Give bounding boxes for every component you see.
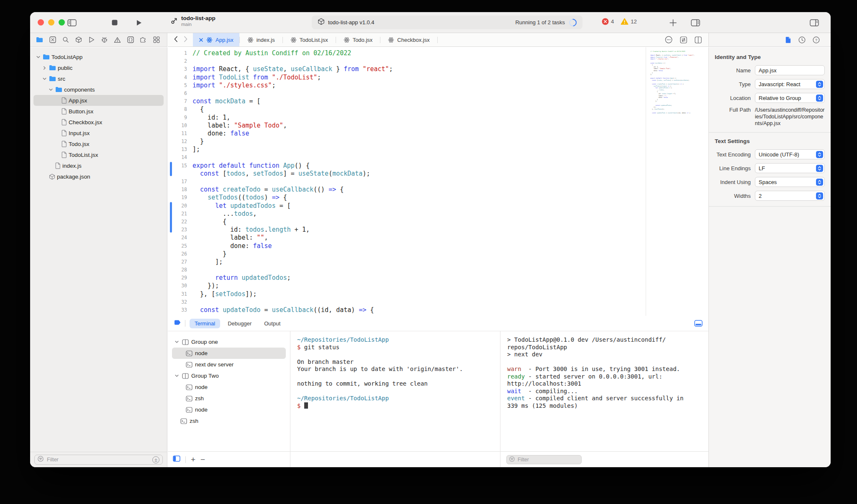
editor-tab[interactable]: index.js: [240, 33, 282, 46]
select-stepper-icon[interactable]: [816, 179, 823, 186]
terminal-session-row[interactable]: node: [172, 404, 286, 415]
inspector-select[interactable]: Unicode (UTF-8): [755, 149, 825, 159]
navigator-tab-warning-icon[interactable]: [114, 37, 121, 43]
navigator-filter-input[interactable]: [46, 456, 150, 463]
run-button[interactable]: [134, 18, 144, 27]
error-badge[interactable]: 4: [602, 18, 614, 25]
tree-item[interactable]: Button.jsx: [33, 106, 164, 117]
select-stepper-icon[interactable]: [816, 165, 823, 172]
terminal-session-row[interactable]: zsh: [172, 415, 286, 427]
terminal-group-row[interactable]: Group one: [172, 336, 286, 348]
inspector-toggle-icon[interactable]: [809, 18, 819, 27]
tree-item[interactable]: Input.jsx: [33, 128, 164, 138]
line-number: 31: [168, 290, 187, 298]
select-stepper-icon[interactable]: [816, 95, 823, 102]
navigator-tab-braces-icon[interactable]: [127, 36, 134, 43]
select-stepper-icon[interactable]: [816, 192, 823, 200]
terminal-line: $: [297, 402, 493, 410]
close-icon[interactable]: [199, 38, 203, 42]
tree-item[interactable]: TodoListApp: [33, 51, 164, 62]
navigator-tab-grid-icon[interactable]: [153, 36, 160, 43]
select-stepper-icon[interactable]: [816, 151, 823, 158]
inspector-select[interactable]: Spaces: [755, 177, 825, 187]
terminal-session-row[interactable]: node: [172, 381, 286, 393]
ellipsis-icon[interactable]: [665, 36, 672, 43]
close-window-button[interactable]: [38, 19, 44, 26]
tree-item[interactable]: Checkbox.jsx: [33, 117, 164, 128]
tree-item[interactable]: Todo.jsx: [33, 138, 164, 149]
warning-badge[interactable]: 12: [621, 18, 636, 25]
navigator-tab-play-icon[interactable]: [88, 36, 95, 43]
inspector-select[interactable]: 2: [755, 191, 825, 201]
tree-item[interactable]: src: [33, 73, 164, 84]
code-editor[interactable]: 1// Created by Austin Condiff on 02/16/2…: [168, 47, 646, 316]
navigator-tab-search-icon[interactable]: [62, 36, 69, 43]
select-stepper-icon[interactable]: [816, 81, 823, 88]
inspector-select[interactable]: LF: [755, 163, 825, 173]
line-number: 17: [168, 178, 187, 186]
terminal-session-row[interactable]: zsh: [172, 393, 286, 404]
select-value: Javascript: React: [759, 81, 801, 87]
remove-terminal-icon[interactable]: −: [200, 456, 205, 463]
navigator-tab-package-icon[interactable]: [75, 36, 82, 43]
tree-item[interactable]: index.js: [33, 160, 164, 171]
panel-tab-debugger[interactable]: Debugger: [223, 319, 257, 328]
stop-button[interactable]: [110, 18, 120, 27]
inspector-tab-clock-icon[interactable]: [798, 36, 806, 43]
inspector-panel: Identity and TypeNameApp.jsxTypeJavascri…: [708, 47, 831, 467]
panel-tab-terminal[interactable]: Terminal: [190, 319, 220, 328]
add-tab-icon[interactable]: [668, 18, 678, 27]
code-line: 15export default function App() {: [168, 162, 646, 170]
tree-item[interactable]: package.json: [33, 171, 164, 182]
editor-layout-icon[interactable]: [690, 18, 700, 27]
split-icon[interactable]: [695, 36, 702, 43]
back-icon[interactable]: [174, 36, 178, 44]
inspector-select[interactable]: Javascript: React: [755, 79, 825, 89]
doc-icon: [62, 141, 67, 147]
terminal-session-row[interactable]: next dev server: [172, 359, 286, 370]
tree-item[interactable]: App.jsx: [33, 95, 164, 106]
terminal-filter-input[interactable]: [517, 456, 579, 463]
terminal-output-left[interactable]: ~/Repositories/TodoListApp$ git statusOn…: [290, 331, 500, 451]
minimize-window-button[interactable]: [48, 19, 54, 26]
editor-tab[interactable]: App.jsx: [193, 33, 239, 46]
warning-count: 12: [631, 18, 636, 25]
inspector-tab-file-blue-icon[interactable]: [785, 36, 791, 43]
editor-tab[interactable]: Checkbox.jsx: [380, 33, 437, 46]
tree-item[interactable]: TodoList.jsx: [33, 149, 164, 160]
terminal-sidebar-toggle-icon[interactable]: [173, 455, 180, 463]
scheme-pill[interactable]: todo-list-app v1.0.4 Running 1 of 2 task…: [312, 15, 582, 29]
navigator-tab-x-square-icon[interactable]: [49, 36, 56, 43]
project-switcher[interactable]: todo-list-app main: [171, 15, 216, 27]
utility-panel: TerminalDebuggerOutput Group onenodenext…: [168, 316, 708, 467]
navigator-tab-folder-icon[interactable]: [36, 37, 43, 43]
terminal-group-row[interactable]: Group Two: [172, 370, 286, 381]
editor-tab[interactable]: TodoList.jsx: [283, 33, 336, 46]
tree-item-label: TodoListApp: [51, 54, 82, 60]
tag-icon[interactable]: [174, 320, 181, 327]
inspector-select[interactable]: Relative to Group: [755, 93, 825, 103]
navigator-tab-puzzle-icon[interactable]: [140, 36, 147, 43]
sidebar-toggle-icon[interactable]: [67, 18, 77, 27]
add-terminal-icon[interactable]: +: [191, 456, 195, 463]
minimap[interactable]: // Created by Austin Condiff on 02/16/20…: [646, 47, 708, 316]
plus-minus-icon[interactable]: ±: [152, 456, 159, 463]
inspector-tab-help-icon[interactable]: ?: [813, 36, 820, 43]
panel-tab-output[interactable]: Output: [259, 319, 285, 328]
branch-icon: [171, 16, 178, 26]
zoom-window-button[interactable]: [59, 19, 65, 26]
navigator-tab-bug-icon[interactable]: [101, 36, 108, 43]
line-number: 30: [168, 282, 187, 290]
terminal-output-right[interactable]: > TodoListApp@0.1.0 dev /Users/austincon…: [500, 331, 708, 451]
tree-item[interactable]: public: [33, 62, 164, 73]
swap-icon[interactable]: [680, 36, 687, 43]
navigator-filter-field[interactable]: ±: [34, 455, 163, 465]
tree-item[interactable]: components: [33, 84, 164, 95]
inspector-name-field[interactable]: App.jsx: [755, 65, 825, 75]
forward-icon[interactable]: [184, 36, 188, 44]
terminal-filter-field[interactable]: [506, 455, 582, 464]
select-value: Spaces: [759, 179, 777, 185]
terminal-session-row[interactable]: node: [172, 348, 286, 359]
collapse-panel-icon[interactable]: [694, 320, 703, 327]
editor-tab[interactable]: Todo.jsx: [336, 33, 380, 46]
